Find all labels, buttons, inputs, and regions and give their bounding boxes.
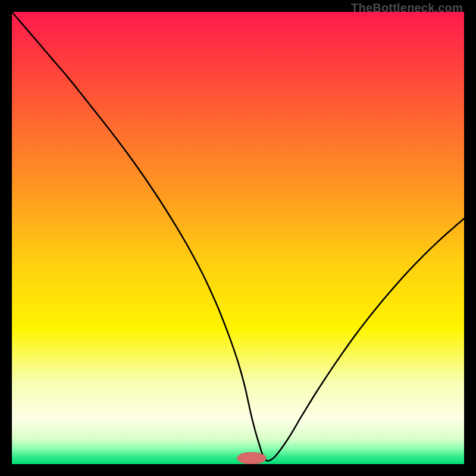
gradient-background — [12, 12, 464, 464]
watermark-text: TheBottleneck.com — [351, 1, 463, 15]
optimal-point-marker — [237, 452, 266, 464]
chart-frame: TheBottleneck.com — [0, 0, 476, 476]
bottleneck-chart — [12, 12, 464, 464]
plot-area — [12, 12, 464, 464]
